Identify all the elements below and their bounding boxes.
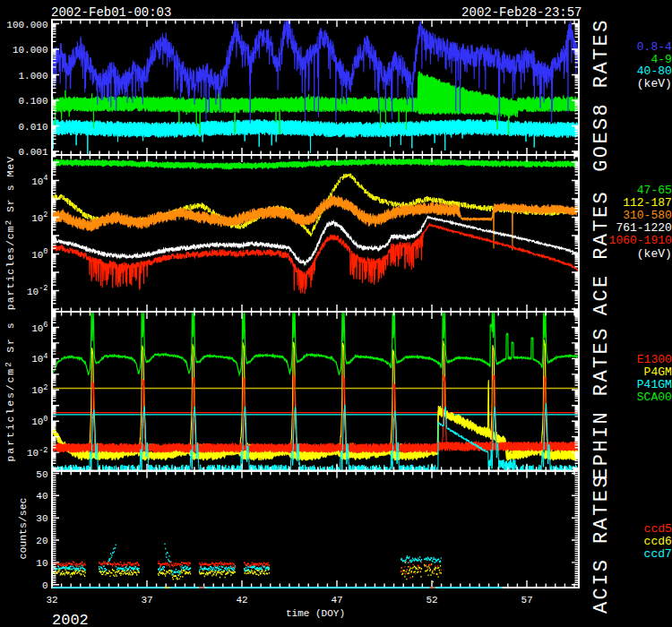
svg-text:10.000: 10.000: [13, 45, 48, 56]
svg-text:ccd7: ccd7: [644, 547, 672, 561]
svg-text:GOES8 RATES: GOES8 RATES: [590, 18, 613, 172]
svg-text:0.001: 0.001: [18, 147, 47, 158]
svg-text:E1300: E1300: [637, 353, 672, 366]
svg-text:1.000: 1.000: [18, 71, 47, 82]
svg-text:20: 20: [36, 536, 47, 546]
svg-text:30: 30: [36, 513, 47, 524]
svg-text:P4GM: P4GM: [644, 365, 672, 379]
svg-text:42: 42: [236, 595, 247, 606]
svg-text:0.100: 0.100: [18, 96, 47, 107]
svg-text:2002-Feb01-00:03: 2002-Feb01-00:03: [51, 5, 171, 20]
svg-text:counts/sec: counts/sec: [17, 497, 29, 559]
svg-text:ACIS RATES: ACIS RATES: [590, 474, 613, 614]
svg-text:P41GM: P41GM: [637, 378, 672, 391]
svg-text:37: 37: [141, 595, 152, 606]
svg-text:SCA00: SCA00: [637, 391, 672, 404]
svg-text:761-1220: 761-1220: [616, 221, 671, 235]
svg-text:ACE RATES: ACE RATES: [590, 190, 613, 315]
svg-text:32: 32: [46, 595, 57, 606]
svg-text:0.010: 0.010: [18, 122, 47, 133]
svg-text:2002-Feb28-23:57: 2002-Feb28-23:57: [461, 5, 582, 20]
svg-text:40: 40: [36, 491, 47, 502]
svg-text:10: 10: [36, 558, 47, 569]
svg-text:(keV): (keV): [637, 77, 672, 90]
svg-text:0: 0: [42, 580, 48, 591]
svg-text:(keV): (keV): [637, 247, 672, 261]
svg-text:particles/cm2 Sr s MeV: particles/cm2 Sr s MeV: [4, 156, 16, 310]
svg-text:50: 50: [36, 469, 47, 480]
svg-text:100.000: 100.000: [6, 20, 47, 30]
svg-text:1060-1910: 1060-1910: [609, 234, 672, 247]
svg-text:0.8-4: 0.8-4: [637, 40, 672, 54]
svg-text:ccd5: ccd5: [644, 522, 672, 536]
svg-text:52: 52: [426, 595, 437, 606]
svg-text:57: 57: [521, 595, 532, 606]
svg-text:47-65: 47-65: [637, 184, 672, 197]
svg-text:47: 47: [331, 595, 342, 606]
svg-text:ccd6: ccd6: [644, 535, 672, 548]
svg-text:EPHIN RATES: EPHIN RATES: [590, 326, 613, 480]
svg-text:particles/cm2 Sr s: particles/cm2 Sr s: [4, 322, 16, 462]
svg-text:time (DOY): time (DOY): [286, 608, 345, 619]
svg-text:4-9: 4-9: [650, 53, 671, 66]
svg-text:2002: 2002: [52, 612, 89, 627]
svg-text:112-187: 112-187: [623, 196, 672, 210]
